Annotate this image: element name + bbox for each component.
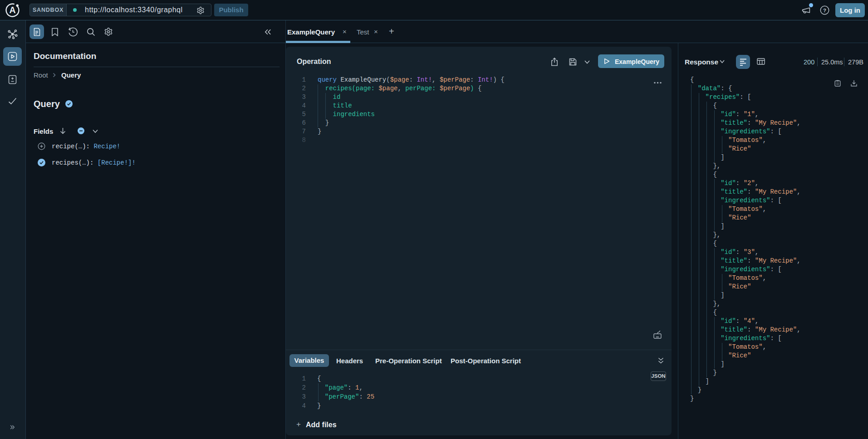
svg-text:?: ? [823, 8, 826, 13]
svg-text:A: A [9, 5, 15, 15]
